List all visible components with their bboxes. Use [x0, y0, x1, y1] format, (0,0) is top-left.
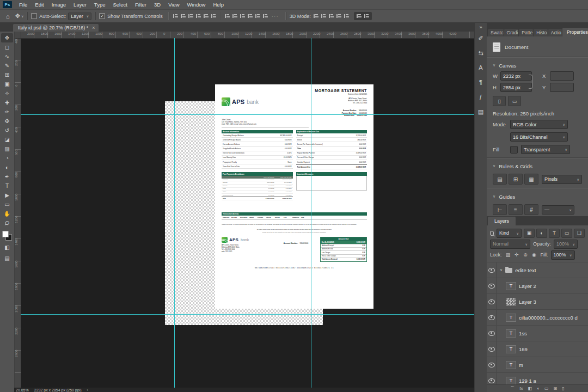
auto-select-checkbox[interactable] [31, 13, 37, 19]
layer-row[interactable]: ∨ T cilta000000...cccccccc0 d [487, 310, 588, 326]
frame-tool[interactable]: ▣ [1, 79, 13, 89]
layer-mask-icon[interactable]: ◧ [528, 386, 532, 391]
shape-tool[interactable]: ▭ [1, 200, 13, 209]
visibility-toggle[interactable] [487, 341, 497, 357]
gradient-tool[interactable]: ▨ [1, 144, 13, 154]
fill-dropdown[interactable]: 100% [551, 250, 575, 260]
clone-stamp-tool[interactable]: ✠ [1, 117, 13, 126]
distribute-top-icon[interactable] [224, 13, 230, 19]
3d-rotate-icon[interactable] [313, 13, 319, 19]
fill-color-chip[interactable] [510, 146, 518, 154]
color-mode-dropdown[interactable]: RGB Color [510, 120, 568, 129]
type-tool[interactable]: T [1, 181, 13, 191]
menu-item[interactable]: Type [90, 1, 109, 9]
menu-item[interactable]: Image [48, 1, 70, 9]
menu-item[interactable]: Edit [31, 1, 47, 9]
move-tool[interactable]: ✥ [1, 33, 13, 42]
align-left-icon[interactable] [173, 13, 179, 19]
x-field[interactable] [550, 71, 574, 81]
width-field[interactable]: 2232 px [500, 71, 532, 81]
toggle-rulers-icon[interactable]: ▤ [493, 174, 507, 185]
layer-row[interactable]: ∨ T 1ss [487, 326, 588, 341]
adjustment-layer-icon[interactable]: ◐ [537, 386, 540, 391]
opacity-dropdown[interactable]: 100% [554, 240, 578, 249]
lasso-tool[interactable]: ∿ [1, 52, 13, 61]
workspace-icon[interactable] [356, 13, 362, 19]
visibility-toggle[interactable] [487, 278, 497, 293]
more-options-button[interactable]: ··· [268, 13, 282, 19]
blur-tool[interactable]: ◔ [1, 154, 13, 163]
lock-artboard-icon[interactable]: ⊕ [522, 252, 529, 259]
guide-vertical[interactable] [311, 38, 311, 388]
lock-all-icon[interactable]: ◉ [531, 252, 538, 259]
guide-style-dropdown[interactable]: — [542, 205, 574, 215]
distribute-middle-icon[interactable] [232, 13, 238, 19]
3d-slide-icon[interactable] [336, 13, 342, 19]
fill-dropdown[interactable]: Transparent [521, 145, 570, 154]
landscape-orientation-button[interactable]: ▭ [508, 96, 521, 106]
lock-guides-icon[interactable]: ≡ [509, 204, 523, 215]
new-group-icon[interactable]: ▭ [544, 386, 549, 391]
eraser-tool[interactable]: ◪ [1, 135, 13, 144]
layers-tab[interactable]: Layers [488, 217, 516, 225]
ruler-corner[interactable] [14, 32, 21, 39]
layer-row[interactable]: ∨ T Layer 3 [487, 294, 588, 310]
blend-mode-dropdown[interactable]: Normal [490, 240, 530, 249]
layer-effects-icon[interactable]: fx [519, 386, 523, 391]
screen-mode-icon[interactable]: ▤ [1, 254, 13, 263]
quick-selection-tool[interactable]: ✎ [1, 61, 13, 70]
guides-section-header[interactable]: ∨ Guides [493, 192, 582, 201]
history-brush-tool[interactable]: ↺ [1, 126, 13, 135]
align-middle-icon[interactable] [203, 13, 209, 19]
menu-item[interactable]: Layer [70, 1, 90, 9]
guide-horizontal[interactable] [21, 114, 475, 115]
close-tab-icon[interactable]: × [92, 25, 95, 30]
crop-tool[interactable]: ⊞ [1, 70, 13, 79]
lock-transparency-icon[interactable]: ▨ [505, 252, 512, 259]
guide-horizontal[interactable] [21, 314, 475, 315]
layer-row[interactable]: ∨ T Layer 2 [487, 278, 588, 294]
portrait-orientation-button[interactable]: ▯ [493, 96, 506, 106]
align-top-icon[interactable] [195, 13, 201, 19]
brush-tool[interactable]: ✑ [1, 107, 13, 117]
y-field[interactable] [550, 83, 574, 92]
lock-position-icon[interactable]: ✛ [513, 252, 520, 259]
filter-adjustment-layers-icon[interactable]: ◐ [536, 229, 547, 238]
color-swatches[interactable] [2, 231, 12, 241]
path-selection-tool[interactable]: ▶ [1, 191, 13, 200]
document-tab[interactable]: Italy id.psd @ 20.7% (RGB/16) * × [13, 24, 99, 32]
pen-tool[interactable]: ✒ [1, 172, 13, 181]
3d-scale-icon[interactable] [344, 13, 350, 19]
auto-select-dropdown[interactable]: Layer [68, 13, 91, 20]
guide-vertical[interactable] [174, 38, 175, 388]
align-right-icon[interactable] [188, 13, 194, 19]
menu-item[interactable]: Select [109, 1, 131, 9]
clear-guides-icon[interactable]: # [524, 204, 538, 215]
mortgage-statement-canvas[interactable]: MORTGAGE STATEMENT Statement Date: 00/04… [215, 84, 373, 309]
visibility-toggle[interactable] [487, 357, 497, 372]
transform-panel-icon[interactable]: ⇆ [476, 48, 486, 58]
align-bottom-icon[interactable] [211, 13, 217, 19]
hand-tool[interactable]: ✋ [1, 209, 13, 218]
paragraph-panel-icon[interactable]: ¶ [476, 77, 486, 87]
capture-icon[interactable] [364, 13, 370, 19]
delete-layer-icon[interactable]: ▯ [562, 386, 564, 391]
vertical-ruler[interactable]: 4002000200400600800100012001400160018002… [14, 38, 21, 388]
3d-roll-icon[interactable] [321, 13, 327, 19]
healing-brush-tool[interactable]: ✚ [1, 98, 13, 107]
link-dimensions-icon[interactable] [529, 75, 532, 89]
filter-type-layers-icon[interactable]: T [549, 229, 560, 238]
filter-pixel-layers-icon[interactable]: ▣ [524, 229, 535, 238]
layer-row[interactable]: ∨ T edite text [487, 262, 588, 278]
align-center-horizontal-icon[interactable] [180, 13, 186, 19]
toggle-grid-icon[interactable]: ⊞ [509, 174, 523, 185]
link-layers-icon[interactable]: ⌒ [510, 385, 514, 391]
distribute-right-icon[interactable] [262, 13, 268, 19]
3d-drag-icon[interactable] [328, 13, 334, 19]
menu-item[interactable]: View [164, 1, 183, 9]
menu-item[interactable]: Filter [131, 1, 150, 9]
menu-item[interactable]: Window [183, 1, 210, 9]
zoom-tool[interactable]: Ϙ [1, 218, 13, 228]
menu-item[interactable]: File [15, 1, 31, 9]
adjustments-panel-icon[interactable]: ƒ [476, 92, 486, 102]
